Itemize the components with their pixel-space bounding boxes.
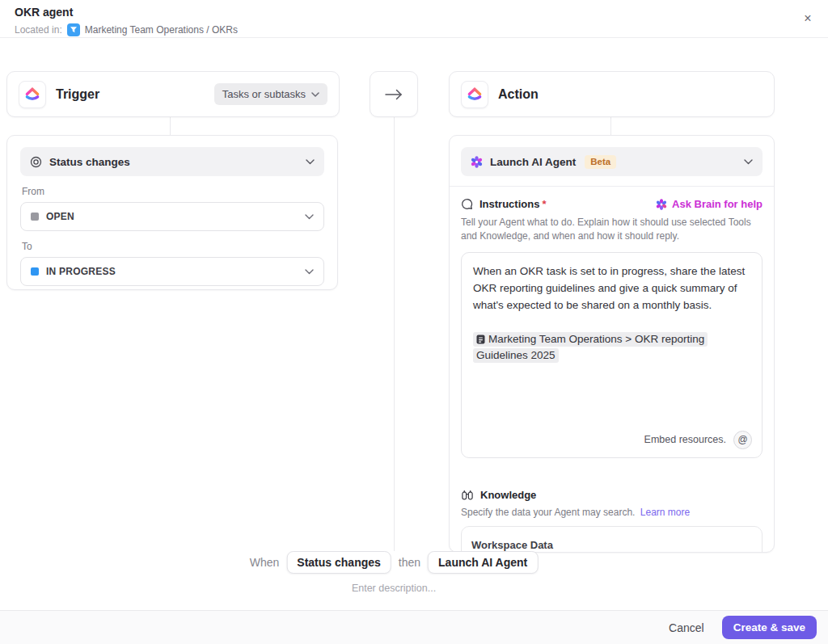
description-input[interactable]: Enter description... xyxy=(352,583,436,594)
action-config-card: Launch AI Agent Beta Instructions * xyxy=(449,135,775,553)
action-type-select[interactable]: Launch AI Agent Beta xyxy=(461,147,763,176)
dialog-footer: Cancel Create & save xyxy=(0,610,828,644)
when-label: When xyxy=(250,556,280,569)
knowledge-label: Knowledge xyxy=(480,489,536,501)
ai-agent-flower-icon xyxy=(471,156,483,168)
chat-bubble-icon xyxy=(461,198,473,210)
brain-sparkle-icon xyxy=(656,199,667,210)
breadcrumb: Located in: Marketing Team Operations / … xyxy=(15,23,238,36)
embedded-resource-chip[interactable]: Marketing Team Operations > OKR reportin… xyxy=(473,332,708,364)
automation-summary: When Status changes then Launch AI Agent xyxy=(250,551,539,574)
at-symbol: @ xyxy=(737,432,747,448)
close-icon[interactable]: × xyxy=(799,10,817,27)
from-label: From xyxy=(22,186,323,197)
page-title: OKR agent xyxy=(15,6,73,19)
summary-action-chip[interactable]: Launch AI Agent xyxy=(428,551,538,574)
arrow-right-icon xyxy=(384,89,403,100)
action-connector-line xyxy=(610,117,611,135)
instructions-text: When an OKR task is set to in progress, … xyxy=(473,263,750,314)
required-asterisk: * xyxy=(542,198,546,210)
beta-badge: Beta xyxy=(585,155,616,169)
knowledge-section: Knowledge Specify the data your Agent ma… xyxy=(450,458,774,553)
chevron-down-icon xyxy=(311,92,319,97)
cancel-button[interactable]: Cancel xyxy=(669,621,704,634)
resource-chip-label: Marketing Team Operations > OKR reportin… xyxy=(476,333,704,362)
to-label: To xyxy=(22,241,323,252)
flow-arrow-card xyxy=(370,71,418,117)
chevron-down-icon xyxy=(305,269,314,275)
knowledge-item-workspace-data[interactable]: Workspace Data xyxy=(461,526,763,553)
status-target-icon xyxy=(30,156,42,168)
to-status-value: IN PROGRESS xyxy=(46,266,116,277)
trigger-connector-line xyxy=(170,117,171,135)
instructions-description: Tell your Agent what to do. Explain how … xyxy=(461,216,763,244)
from-status-value: OPEN xyxy=(46,211,74,222)
clickup-logo-icon xyxy=(461,81,488,108)
status-in-progress-swatch xyxy=(31,267,39,276)
knowledge-item-label: Workspace Data xyxy=(471,539,553,551)
learn-more-link[interactable]: Learn more xyxy=(640,507,690,518)
trigger-config-card: Status changes From OPEN To IN PROGRESS xyxy=(6,135,338,290)
clickup-logo-icon xyxy=(19,81,46,108)
embed-resources-label: Embed resources. xyxy=(644,432,726,448)
ask-brain-label: Ask Brain for help xyxy=(672,198,763,210)
action-header-card: Action xyxy=(449,71,775,117)
trigger-event-label: Status changes xyxy=(49,156,130,168)
then-label: then xyxy=(399,556,420,569)
trigger-header-card: Trigger Tasks or subtasks xyxy=(6,71,340,117)
action-title: Action xyxy=(498,87,539,102)
to-status-select[interactable]: IN PROGRESS xyxy=(20,257,324,286)
trigger-scope-dropdown[interactable]: Tasks or subtasks xyxy=(214,83,327,105)
create-save-button[interactable]: Create & save xyxy=(722,616,817,639)
document-icon xyxy=(476,335,485,344)
trigger-event-select[interactable]: Status changes xyxy=(20,147,324,176)
chevron-down-icon xyxy=(305,214,314,220)
instructions-editor[interactable]: When an OKR task is set to in progress, … xyxy=(461,252,763,458)
binoculars-icon xyxy=(461,489,474,501)
chevron-down-icon xyxy=(744,159,753,165)
center-connector-line xyxy=(394,117,395,551)
summary-trigger-chip[interactable]: Status changes xyxy=(286,551,391,574)
breadcrumb-path: Marketing Team Operations / OKRs xyxy=(85,24,238,36)
from-status-select[interactable]: OPEN xyxy=(20,202,324,231)
instructions-section: Instructions * xyxy=(450,187,774,458)
instructions-label: Instructions xyxy=(479,198,539,210)
action-type-label: Launch AI Agent xyxy=(490,156,576,168)
trigger-title: Trigger xyxy=(56,87,99,102)
status-open-swatch xyxy=(31,213,39,221)
ask-brain-link[interactable]: Ask Brain for help xyxy=(656,198,763,210)
agent-builder-dialog: OKR agent Located in: Marketing Team Ope… xyxy=(0,0,828,644)
located-in-label: Located in: xyxy=(15,24,62,36)
mention-at-button[interactable]: @ xyxy=(733,431,752,449)
space-icon xyxy=(67,23,80,36)
trigger-scope-label: Tasks or subtasks xyxy=(222,88,306,100)
chevron-down-icon xyxy=(306,159,315,165)
dialog-header: OKR agent Located in: Marketing Team Ope… xyxy=(0,0,828,38)
knowledge-description: Specify the data your Agent may search. xyxy=(461,507,635,518)
